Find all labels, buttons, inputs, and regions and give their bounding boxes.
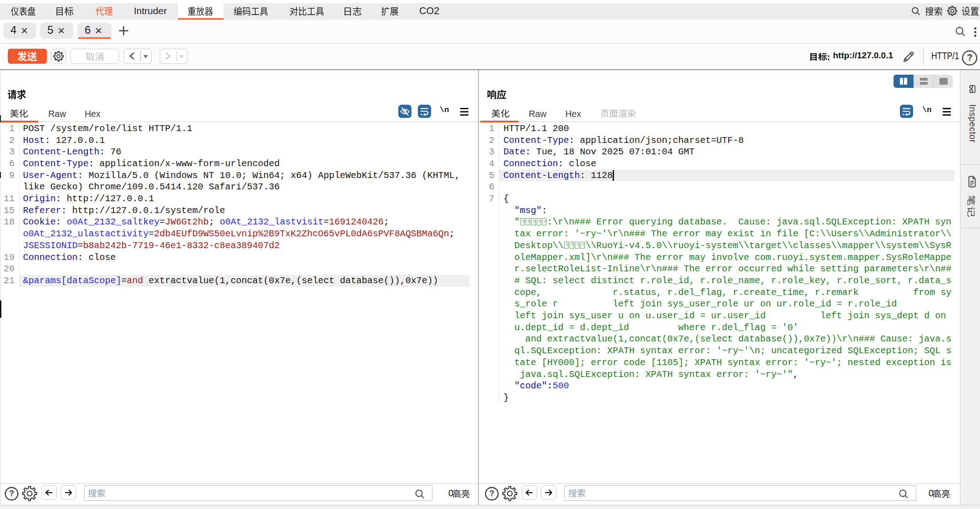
svg-text:?: ? <box>967 52 972 62</box>
svg-text:?: ? <box>9 489 14 498</box>
svg-text:?: ? <box>489 489 494 498</box>
